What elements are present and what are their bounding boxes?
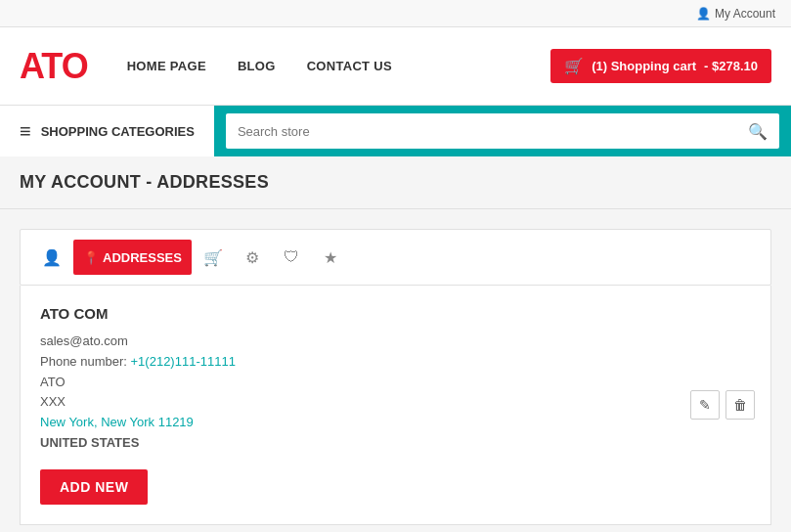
account-label: My Account bbox=[715, 7, 775, 21]
address-actions: ✎ 🗑 bbox=[690, 390, 755, 420]
cart-price: - $278.10 bbox=[704, 59, 758, 73]
tab-rewards[interactable]: ★ bbox=[313, 240, 348, 275]
add-new-button[interactable]: ADD NEW bbox=[40, 469, 148, 505]
award-icon: ★ bbox=[324, 248, 337, 267]
cart-icon: 🛒 bbox=[564, 57, 584, 75]
logo[interactable]: ATO bbox=[20, 46, 88, 87]
page-title: MY ACCOUNT - ADDRESSES bbox=[20, 172, 771, 193]
my-account-link[interactable]: 👤 My Account bbox=[696, 7, 775, 21]
tab-security[interactable]: 🛡 bbox=[274, 240, 309, 275]
tab-user[interactable]: 👤 bbox=[34, 240, 69, 275]
delete-address-button[interactable]: 🗑 bbox=[725, 390, 755, 420]
search-wrapper: 🔍 bbox=[214, 106, 791, 156]
address-name: ATO COM bbox=[40, 305, 751, 322]
tab-settings[interactable]: ⚙ bbox=[235, 240, 270, 275]
address-card: ATO COM sales@ato.com Phone number: +1(2… bbox=[20, 286, 771, 525]
addresses-tab-label: ADDRESSES bbox=[103, 250, 182, 265]
address-line1: ATO bbox=[40, 373, 751, 393]
shopping-categories-btn[interactable]: SHOPPING CATEGORIES bbox=[0, 106, 214, 156]
gear-icon: ⚙ bbox=[245, 248, 259, 267]
map-icon: 📍 bbox=[83, 250, 99, 265]
phone-label: Phone number: bbox=[40, 354, 127, 369]
shield-icon: 🛡 bbox=[284, 248, 299, 266]
address-line2: XXX bbox=[40, 392, 751, 413]
top-bar: 👤 My Account bbox=[0, 0, 791, 27]
cart-button[interactable]: 🛒 (1) Shopping cart - $278.10 bbox=[550, 49, 771, 83]
nav-home[interactable]: HOME PAGE bbox=[127, 59, 206, 73]
search-input[interactable] bbox=[226, 113, 736, 149]
address-city-state-zip: New York, New York 11219 bbox=[40, 413, 751, 433]
address-email: sales@ato.com bbox=[40, 332, 751, 352]
edit-icon: ✎ bbox=[699, 397, 711, 413]
address-country: UNITED STATES bbox=[40, 435, 751, 450]
address-phone: Phone number: +1(212)111-11111 bbox=[40, 352, 751, 373]
header: ATO HOME PAGE BLOG CONTACT US 🛒 (1) Shop… bbox=[0, 27, 791, 106]
nav-blog[interactable]: BLOG bbox=[238, 59, 276, 73]
search-button[interactable]: 🔍 bbox=[736, 113, 779, 149]
account-content: 👤 📍 ADDRESSES 🛒 ⚙ 🛡 ★ ATO COM sales@ato.… bbox=[0, 209, 791, 532]
page-title-bar: MY ACCOUNT - ADDRESSES bbox=[0, 156, 791, 209]
account-tabs: 👤 📍 ADDRESSES 🛒 ⚙ 🛡 ★ bbox=[20, 229, 771, 286]
search-icon: 🔍 bbox=[748, 122, 768, 141]
nav-contact[interactable]: CONTACT US bbox=[307, 59, 392, 73]
search-bar-container: SHOPPING CATEGORIES 🔍 bbox=[0, 106, 791, 156]
main-nav: HOME PAGE BLOG CONTACT US bbox=[127, 59, 551, 73]
shopping-categories-label: SHOPPING CATEGORIES bbox=[41, 124, 195, 139]
cart-tab-icon: 🛒 bbox=[203, 248, 223, 267]
tab-orders[interactable]: 🛒 bbox=[196, 240, 231, 275]
trash-icon: 🗑 bbox=[733, 397, 747, 413]
edit-address-button[interactable]: ✎ bbox=[690, 390, 720, 420]
hamburger-icon bbox=[20, 120, 31, 143]
cart-label: (1) Shopping cart bbox=[592, 59, 696, 73]
user-icon: 👤 bbox=[42, 248, 62, 267]
tab-addresses[interactable]: 📍 ADDRESSES bbox=[73, 240, 192, 275]
phone-number: +1(212)111-11111 bbox=[131, 354, 236, 369]
account-icon: 👤 bbox=[696, 7, 711, 21]
